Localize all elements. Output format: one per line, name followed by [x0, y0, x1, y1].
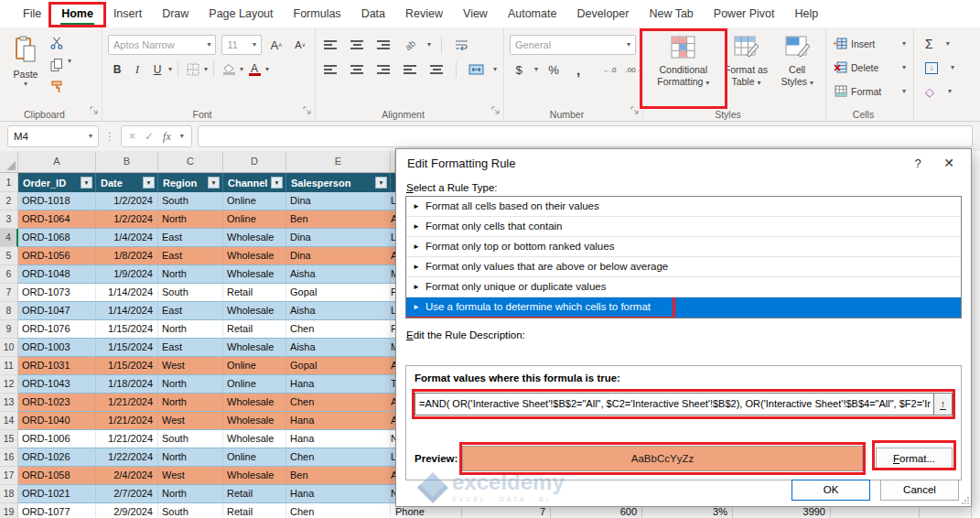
name-box[interactable]: M4▾	[7, 125, 99, 147]
cell-region[interactable]: South	[158, 284, 223, 302]
format-button[interactable]: Format...	[876, 448, 953, 469]
font-size-combobox[interactable]: 11▾	[221, 35, 262, 55]
cell-order-id[interactable]: ORD-1026	[18, 448, 96, 467]
copy-button[interactable]	[48, 56, 66, 74]
cell-styles-button[interactable]: CellStyles ▾	[772, 32, 822, 103]
cell-salesperson[interactable]: Chen	[286, 503, 391, 518]
cell-channel[interactable]: Retail	[223, 284, 286, 302]
cell-date[interactable]: 1/15/2024	[96, 357, 158, 375]
tab-page-layout[interactable]: Page Layout	[199, 1, 283, 27]
insert-function-icon[interactable]: fx	[163, 130, 171, 144]
tab-developer[interactable]: Developer	[566, 1, 639, 27]
comma-style-button[interactable]: ,	[569, 60, 587, 79]
cell-date[interactable]: 2/4/2024	[96, 467, 158, 485]
tab-insert[interactable]: Insert	[103, 1, 152, 27]
cell-salesperson[interactable]: Ben	[286, 467, 391, 485]
conditional-formatting-button[interactable]: ConditionalFormatting ▾	[647, 32, 720, 103]
cell-salesperson[interactable]: Hana	[286, 375, 391, 394]
cell-region[interactable]: East	[158, 229, 223, 247]
cell-order-id[interactable]: ORD-1068	[18, 229, 96, 247]
cell-region[interactable]: West	[158, 467, 223, 485]
format-as-table-button[interactable]: Format asTable ▾	[720, 32, 773, 103]
number-dialog-launcher-icon[interactable]	[630, 102, 639, 118]
tab-view[interactable]: View	[453, 1, 498, 27]
cell-date[interactable]: 1/14/2024	[96, 284, 158, 302]
cell-channel[interactable]: Wholesale	[223, 394, 286, 412]
cell-date[interactable]: 2/7/2024	[96, 485, 158, 503]
filter-dropdown-icon[interactable]: ▼	[208, 177, 220, 189]
select-all-corner[interactable]	[0, 151, 18, 173]
collapse-dialog-button[interactable]: ↑	[934, 393, 953, 415]
cell-region[interactable]: South	[158, 430, 223, 448]
column-header-a[interactable]: A	[18, 151, 96, 173]
dialog-help-button[interactable]: ?	[909, 156, 927, 170]
dialog-close-button[interactable]: ✕	[940, 156, 958, 170]
row-header-12[interactable]: 12	[0, 375, 18, 394]
paste-button[interactable]: Paste ▾	[4, 32, 48, 103]
fill-color-chevron-icon[interactable]: ▾	[240, 66, 243, 73]
tab-draw[interactable]: Draw	[152, 1, 199, 27]
copy-chevron-icon[interactable]: ▾	[68, 58, 71, 65]
decrease-decimal-button[interactable]: .00→	[625, 60, 643, 79]
filter-dropdown-icon[interactable]: ▼	[143, 177, 155, 189]
cell-date[interactable]: 1/18/2024	[96, 375, 158, 394]
row-header-13[interactable]: 13	[0, 394, 18, 412]
cell-order-id[interactable]: ORD-1040	[18, 412, 96, 430]
rule-type-item[interactable]: ►Format all cells based on their values	[406, 197, 961, 217]
column-header-d[interactable]: D	[223, 151, 286, 173]
cell-channel[interactable]: Wholesale	[223, 229, 286, 247]
cell-salesperson[interactable]: Dina	[286, 192, 391, 210]
cancel-button[interactable]: Cancel	[880, 480, 959, 501]
font-color-button[interactable]: A	[245, 60, 264, 79]
format-cells-button[interactable]: Format▾	[834, 81, 910, 102]
tab-formulas[interactable]: Formulas	[284, 1, 351, 27]
cell-channel[interactable]: Retail	[223, 485, 286, 503]
rule-type-item[interactable]: ►Format only unique or duplicate values	[406, 277, 961, 297]
row-header-11[interactable]: 11	[0, 357, 18, 375]
tab-automate[interactable]: Automate	[498, 1, 567, 27]
cell-order-id[interactable]: ORD-1058	[18, 467, 96, 485]
filter-dropdown-icon[interactable]: ▼	[81, 177, 92, 189]
paste-chevron-icon[interactable]: ▾	[24, 81, 27, 88]
cell-salesperson[interactable]: Dina	[286, 229, 391, 247]
fill-color-button[interactable]	[220, 60, 238, 79]
rule-type-item[interactable]: ►Format only cells that contain	[406, 217, 961, 237]
cell-order-id[interactable]: ORD-1076	[18, 320, 96, 339]
confirm-entry-icon[interactable]: ✓	[145, 130, 154, 143]
cell-region[interactable]: East	[158, 247, 223, 265]
orientation-chevron-icon[interactable]: ▾	[427, 41, 431, 49]
row-header-8[interactable]: 8	[0, 302, 18, 320]
cell-date[interactable]: 1/15/2024	[96, 339, 158, 357]
bold-button[interactable]: B	[108, 60, 126, 79]
cell-order-id[interactable]: ORD-1043	[18, 375, 96, 394]
cell-salesperson[interactable]: Aisha	[286, 339, 391, 357]
underline-button[interactable]: U	[148, 60, 167, 79]
format-painter-button[interactable]	[48, 78, 66, 96]
cell-region[interactable]: North	[158, 320, 223, 339]
rule-type-item[interactable]: ►Format only top or bottom ranked values	[406, 237, 961, 257]
cell-salesperson[interactable]: Hana	[286, 412, 391, 430]
borders-button[interactable]	[184, 60, 202, 79]
number-format-combobox[interactable]: General▾	[510, 35, 636, 55]
cell-date[interactable]: 1/21/2024	[96, 412, 158, 430]
cell-order-id[interactable]: ORD-1073	[18, 284, 96, 302]
cell-channel[interactable]: Wholesale	[223, 339, 286, 357]
cell-region[interactable]: East	[158, 339, 223, 357]
cell-salesperson[interactable]: Dina	[286, 247, 391, 265]
row-header-7[interactable]: 7	[0, 284, 18, 302]
tab-help[interactable]: Help	[785, 1, 829, 27]
tab-power-pivot[interactable]: Power Pivot	[704, 1, 785, 27]
dialog-resize-grip[interactable]	[961, 496, 969, 504]
tab-review[interactable]: Review	[395, 1, 453, 27]
cell-date[interactable]: 1/15/2024	[96, 320, 158, 339]
fill-button[interactable]: ↓▾	[925, 58, 976, 78]
row-header-10[interactable]: 10	[0, 339, 18, 357]
cell-region[interactable]: West	[158, 412, 223, 430]
italic-button[interactable]: I	[128, 60, 146, 79]
autosum-button[interactable]: Σ▾	[925, 34, 976, 54]
column-header-c[interactable]: C	[158, 151, 223, 173]
borders-chevron-icon[interactable]: ▾	[204, 66, 208, 73]
cell-channel[interactable]: Online	[223, 357, 286, 375]
wrap-text-button[interactable]	[452, 36, 470, 54]
cell-channel[interactable]: Online	[223, 448, 286, 467]
